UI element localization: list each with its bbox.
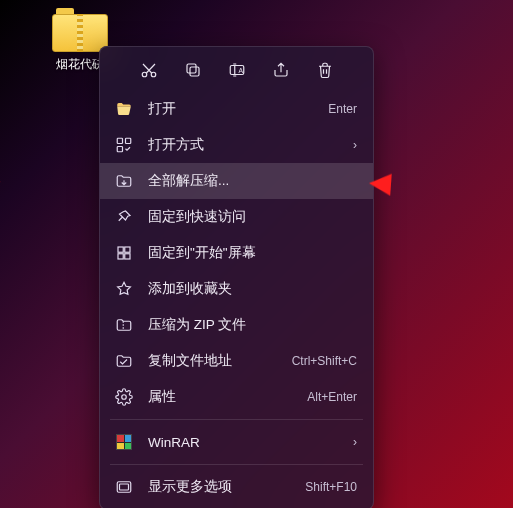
svg-point-1	[151, 72, 156, 77]
extract-all-icon	[114, 171, 134, 191]
menu-list: 打开Enter打开方式›全部解压缩...固定到快速访问固定到"开始"屏幕添加到收…	[100, 91, 373, 505]
menu-item-shortcut: Alt+Enter	[307, 390, 357, 404]
chevron-right-icon: ›	[353, 138, 357, 152]
svg-rect-15	[120, 484, 129, 490]
delete-button[interactable]	[314, 59, 336, 81]
chevron-right-icon: ›	[353, 435, 357, 449]
menu-separator	[110, 464, 363, 465]
menu-item-6[interactable]: 压缩为 ZIP 文件	[100, 307, 373, 343]
quick-actions-row: A	[100, 53, 373, 91]
menu-item-label: 属性	[148, 388, 299, 406]
svg-point-0	[142, 72, 147, 77]
properties-icon	[114, 387, 134, 407]
copy-path-icon	[114, 351, 134, 371]
pin-start-icon	[114, 243, 134, 263]
copy-button[interactable]	[182, 59, 204, 81]
menu-item-1[interactable]: 打开方式›	[100, 127, 373, 163]
menu-item-label: 压缩为 ZIP 文件	[148, 316, 357, 334]
folder-open-icon	[114, 99, 134, 119]
menu-item-label: 复制文件地址	[148, 352, 284, 370]
menu-item-8[interactable]: 属性Alt+Enter	[100, 379, 373, 415]
share-button[interactable]	[270, 59, 292, 81]
menu-item-0[interactable]: 打开Enter	[100, 91, 373, 127]
menu-separator	[110, 419, 363, 420]
svg-rect-3	[187, 64, 196, 73]
svg-point-13	[122, 395, 127, 400]
menu-item-shortcut: Shift+F10	[305, 480, 357, 494]
rename-button[interactable]: A	[226, 59, 248, 81]
menu-item-12[interactable]: 显示更多选项Shift+F10	[100, 469, 373, 505]
menu-item-10[interactable]: WinRAR›	[100, 424, 373, 460]
open-with-icon	[114, 135, 134, 155]
context-menu: A 打开Enter打开方式›全部解压缩...固定到快速访问固定到"开始"屏幕添加…	[99, 46, 374, 508]
menu-item-label: 固定到"开始"屏幕	[148, 244, 357, 262]
svg-rect-7	[126, 138, 131, 143]
star-icon	[114, 279, 134, 299]
winrar-icon	[114, 432, 134, 452]
menu-item-label: 显示更多选项	[148, 478, 297, 496]
cut-button[interactable]	[138, 59, 160, 81]
menu-item-5[interactable]: 添加到收藏夹	[100, 271, 373, 307]
zip-icon	[114, 315, 134, 335]
svg-rect-9	[118, 247, 123, 252]
svg-rect-6	[117, 138, 122, 143]
menu-item-7[interactable]: 复制文件地址Ctrl+Shift+C	[100, 343, 373, 379]
menu-item-3[interactable]: 固定到快速访问	[100, 199, 373, 235]
svg-text:A: A	[238, 67, 243, 74]
menu-item-4[interactable]: 固定到"开始"屏幕	[100, 235, 373, 271]
menu-item-label: 全部解压缩...	[148, 172, 357, 190]
zip-folder-icon	[52, 8, 108, 52]
menu-item-label: 打开	[148, 100, 320, 118]
svg-rect-10	[125, 247, 130, 252]
menu-item-2[interactable]: 全部解压缩...	[100, 163, 373, 199]
more-options-icon	[114, 477, 134, 497]
menu-item-label: 打开方式	[148, 136, 345, 154]
pin-icon	[114, 207, 134, 227]
menu-item-label: WinRAR	[148, 435, 345, 450]
svg-rect-11	[118, 254, 123, 259]
svg-rect-2	[190, 67, 199, 76]
svg-rect-12	[125, 254, 130, 259]
menu-item-label: 固定到快速访问	[148, 208, 357, 226]
svg-rect-8	[117, 147, 122, 152]
menu-item-label: 添加到收藏夹	[148, 280, 357, 298]
menu-item-shortcut: Ctrl+Shift+C	[292, 354, 357, 368]
menu-item-shortcut: Enter	[328, 102, 357, 116]
